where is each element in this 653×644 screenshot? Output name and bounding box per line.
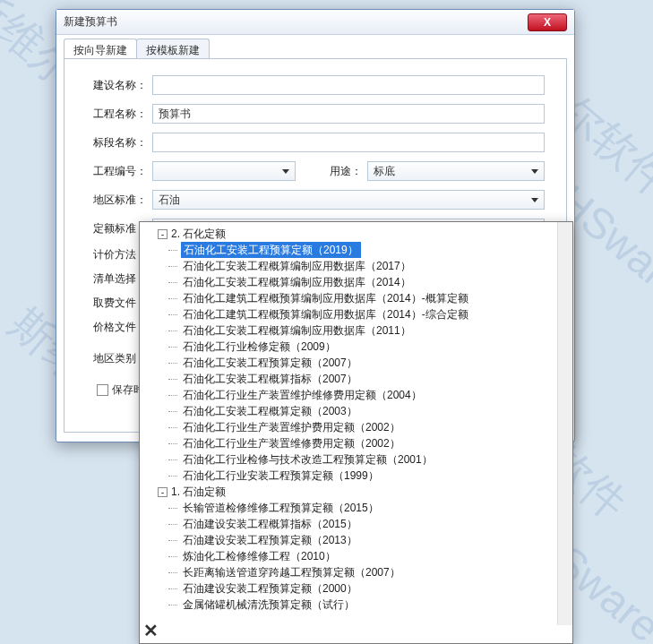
tree-item[interactable]: 石油化工行业检修定额（2009） — [181, 339, 567, 355]
combo-usage[interactable]: 标底 — [367, 161, 545, 181]
tree-group: - 1. 石油定额 长输管道检修维修工程预算定额（2015）石油建设安装工程概算… — [145, 484, 567, 613]
tree-item[interactable]: 长距离输送管道穿跨越工程预算定额（2007） — [181, 564, 567, 580]
label-project-no: 工程编号： — [86, 164, 147, 179]
tree-item[interactable]: 石油化工安装工程概算编制应用数据库（2017） — [181, 258, 567, 274]
tree-item[interactable]: 石油化工建筑工程概预算编制应用数据库（2014）-综合定额 — [181, 306, 567, 322]
input-section-name[interactable] — [152, 133, 545, 152]
label-quota-standard: 定额标准： — [86, 221, 147, 236]
chevron-down-icon — [531, 169, 538, 174]
tree-item[interactable]: 石油建设安装工程预算定额（2013） — [181, 532, 567, 548]
expander-icon[interactable]: - — [158, 229, 168, 239]
window-title: 新建预算书 — [64, 14, 117, 30]
label-region-type: 地区类别： — [86, 351, 147, 366]
tree-item[interactable]: 石油化工安装工程预算定额（2019） — [181, 242, 361, 258]
label-fee-file: 取费文件： — [86, 296, 147, 311]
tree-item[interactable]: 石油化工安装工程概算指标（2007） — [181, 371, 567, 387]
combo-project-no[interactable] — [152, 161, 296, 181]
tree-item[interactable]: 石油化工行业生产装置维护费用定额（2002） — [181, 419, 567, 435]
scrollbar[interactable] — [557, 222, 572, 625]
tab-wizard[interactable]: 按向导新建 — [64, 39, 137, 58]
label-pricing-method: 计价方法： — [86, 247, 147, 262]
tree-item[interactable]: 石油化工行业检修与技术改造工程预算定额（2001） — [181, 451, 567, 468]
close-icon: X — [544, 16, 551, 29]
chevron-down-icon — [282, 169, 289, 174]
tree-item[interactable]: 石油化工安装工程概算编制应用数据库（2014） — [181, 274, 567, 290]
chevron-down-icon — [531, 198, 538, 202]
tree-item[interactable]: 金属储罐机械清洗预算定额（试行） — [181, 597, 567, 613]
tabbar: 按向导新建 按模板新建 — [56, 35, 574, 58]
input-project-name[interactable]: 预算书 — [152, 104, 545, 124]
tree-group-label[interactable]: 2. 石化定额 — [171, 226, 226, 242]
label-section-name: 标段名称： — [86, 135, 147, 150]
tree-item[interactable]: 石油建设安装工程概算指标（2015） — [181, 516, 567, 532]
label-list-select: 清单选择： — [86, 271, 147, 287]
label-usage: 用途： — [322, 164, 362, 179]
tree-group-label[interactable]: 1. 石油定额 — [171, 484, 226, 500]
tree-item[interactable]: 石油化工安装工程概算编制应用数据库（2011） — [181, 322, 567, 339]
tree-item[interactable]: 石油化工行业生产装置维护维修费用定额（2004） — [181, 387, 567, 403]
label-construction-name: 建设名称： — [86, 78, 147, 93]
tree-item[interactable]: 炼油化工检修维修工程（2010） — [181, 548, 567, 564]
titlebar[interactable]: 新建预算书 X — [56, 10, 574, 35]
tree-item[interactable]: 石油化工行业安装工程预算定额（1999） — [181, 468, 567, 484]
quota-standard-dropdown[interactable]: - 2. 石化定额 石油化工安装工程预算定额（2019）石油化工安装工程概算编制… — [139, 221, 573, 644]
checkbox-save-on-use[interactable] — [97, 384, 108, 396]
tree-item[interactable]: 石油化工建筑工程概预算编制应用数据库（2014）-概算定额 — [181, 290, 567, 306]
close-icon[interactable]: ✕ — [143, 620, 159, 641]
label-project-name: 工程名称： — [86, 107, 147, 122]
input-construction-name[interactable] — [152, 75, 545, 95]
close-button[interactable]: X — [528, 13, 567, 31]
tree-item[interactable]: 石油化工行业生产装置维修费用定额（2002） — [181, 435, 567, 451]
tree-item[interactable]: 石油化工安装工程概算定额（2003） — [181, 403, 567, 419]
tree-group: - 2. 石化定额 石油化工安装工程预算定额（2019）石油化工安装工程概算编制… — [145, 226, 567, 484]
tree-item[interactable]: 石油建设安装工程预算定额（2000） — [181, 580, 567, 597]
quota-tree: - 2. 石化定额 石油化工安装工程预算定额（2019）石油化工安装工程概算编制… — [140, 222, 572, 622]
label-region-standard: 地区标准： — [86, 193, 147, 208]
expander-icon[interactable]: - — [158, 487, 168, 497]
combo-region-standard[interactable]: 石油 — [152, 190, 545, 210]
tree-item[interactable]: 石油化工安装工程预算定额（2007） — [181, 355, 567, 371]
tree-item[interactable]: 长输管道检修维修工程预算定额（2015） — [181, 500, 567, 516]
tab-template[interactable]: 按模板新建 — [136, 39, 210, 58]
label-price-file: 价格文件： — [86, 320, 147, 335]
